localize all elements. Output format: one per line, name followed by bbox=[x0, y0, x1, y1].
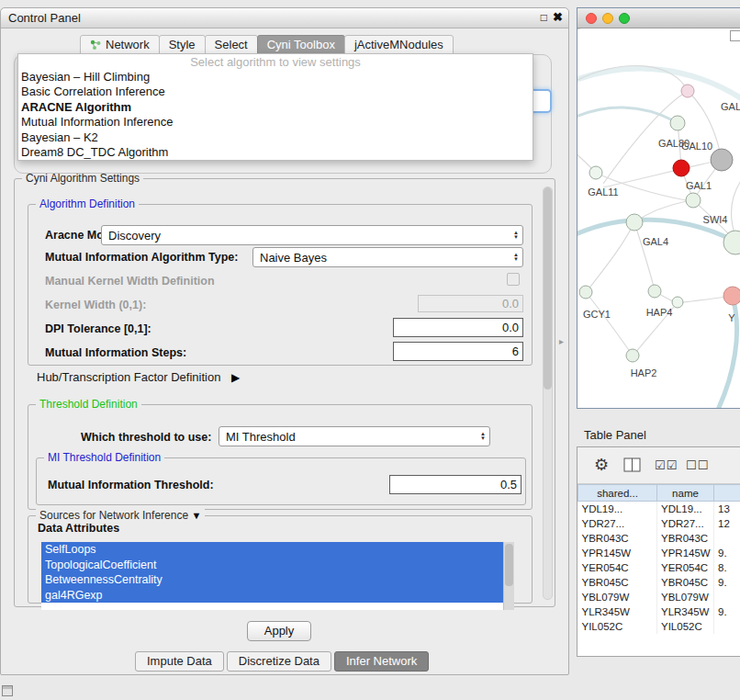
tab-network[interactable]: Network bbox=[80, 35, 160, 55]
deselect-all-icon[interactable]: ☐☐ bbox=[686, 458, 709, 472]
algorithm-option[interactable]: Basic Correlation Inference bbox=[18, 85, 533, 99]
network-canvas[interactable]: GALGAL80GAL10GAL11GAL1SWI4GAL4GCY1HAP4YH… bbox=[577, 29, 740, 409]
algorithm-dropdown-popup[interactable]: Select algorithm to view settings Bayesi… bbox=[17, 53, 533, 161]
close-icon[interactable]: ✖ bbox=[553, 10, 563, 24]
algorithm-option[interactable]: Bayesian – Hill Climbing bbox=[18, 70, 533, 85]
table-panel-window: ⚙ ☑☑ ☐☐ shared...name YDL19...YDL19...13… bbox=[577, 446, 740, 657]
network-graph: GALGAL80GAL10GAL11GAL1SWI4GAL4GCY1HAP4YH… bbox=[577, 29, 740, 409]
manual-kernel-label: Manual Kernel Width Definition bbox=[45, 275, 215, 288]
zoom-traffic-light[interactable] bbox=[619, 13, 630, 24]
dpi-tolerance-field[interactable] bbox=[393, 318, 523, 337]
network-node[interactable] bbox=[673, 160, 690, 176]
aracne-mode-value: Discovery bbox=[108, 229, 161, 243]
close-traffic-light[interactable] bbox=[586, 13, 597, 24]
algorithm-option[interactable]: Bayesian – K2 bbox=[18, 130, 533, 145]
minimize-traffic-light[interactable] bbox=[602, 13, 613, 24]
attribute-item[interactable]: SelfLoops bbox=[41, 542, 503, 558]
panel-splitter-handle[interactable]: ▸ bbox=[559, 336, 564, 346]
threshold-select[interactable]: MI Threshold ▲▼ bbox=[219, 426, 490, 446]
which-threshold-label: Which threshold to use: bbox=[81, 431, 211, 444]
tab-impute-data[interactable]: Impute Data bbox=[135, 651, 224, 672]
network-node[interactable] bbox=[626, 349, 639, 362]
network-node[interactable] bbox=[672, 297, 683, 308]
sources-group: Sources for Network Inference ▼ Data Att… bbox=[28, 515, 533, 604]
mi-type-value: Naive Bayes bbox=[260, 251, 327, 265]
tab-cyni-toolbox[interactable]: Cyni Toolbox bbox=[257, 35, 345, 55]
network-node[interactable] bbox=[579, 286, 592, 299]
algorithm-option[interactable]: ARACNE Algorithm bbox=[18, 100, 533, 115]
hub-factor-label: Hub/Transcription Factor Definition bbox=[37, 370, 220, 384]
network-node[interactable] bbox=[686, 193, 701, 208]
manual-kernel-checkbox[interactable] bbox=[507, 273, 520, 286]
expand-right-icon: ▶ bbox=[231, 371, 240, 384]
attributes-scrollbar[interactable] bbox=[503, 542, 514, 610]
table-row[interactable]: YIL052CYIL052C bbox=[578, 619, 740, 634]
node-label: Y bbox=[728, 312, 735, 323]
mi-steps-field[interactable] bbox=[393, 342, 523, 361]
mi-type-select[interactable]: Naive Bayes ▲▼ bbox=[252, 247, 523, 267]
mi-type-label: Mutual Information Algorithm Type: bbox=[45, 251, 238, 264]
control-panel-window: Control Panel □ ✖ Network Style bbox=[0, 7, 569, 675]
table-row[interactable]: YBR043CYBR043C bbox=[578, 531, 740, 546]
attributes-list[interactable]: SelfLoopsTopologicalCoefficientBetweenne… bbox=[41, 542, 514, 610]
mi-threshold-field[interactable] bbox=[389, 475, 521, 494]
table-row[interactable]: YPR145WYPR145W9. bbox=[578, 546, 740, 560]
table-row[interactable]: YBR045CYBR045C9. bbox=[578, 575, 740, 590]
node-table[interactable]: shared...name YDL19...YDL19...13YDR27...… bbox=[577, 484, 740, 657]
algorithm-definition-title: Algorithm Definition bbox=[36, 198, 139, 210]
scrollbar-thumb[interactable] bbox=[544, 187, 552, 390]
network-icon bbox=[90, 40, 102, 51]
kernel-width-field[interactable] bbox=[418, 295, 523, 312]
scrollbar-corner-box[interactable] bbox=[730, 30, 740, 41]
hub-factor-section-toggle[interactable]: Hub/Transcription Factor Definition ▶ bbox=[37, 370, 240, 384]
network-node[interactable] bbox=[681, 85, 694, 97]
table-row[interactable]: YBL079WYBL079W bbox=[578, 590, 740, 604]
table-body: YDL19...YDL19...13YDR27...YDR27...12YBR0… bbox=[578, 502, 740, 634]
attribute-item[interactable]: gal4RGexp bbox=[41, 588, 503, 604]
scrollbar-thumb[interactable] bbox=[505, 544, 513, 586]
float-window-icon[interactable]: □ bbox=[541, 11, 547, 24]
table-row[interactable]: YLR345WYLR345W9. bbox=[578, 604, 740, 619]
settings-group-title: Cyni Algorithm Settings bbox=[22, 172, 143, 185]
algorithm-option[interactable]: Mutual Information Inference bbox=[18, 115, 533, 130]
table-row[interactable]: YDR27...YDR27...12 bbox=[578, 516, 740, 531]
column-header[interactable]: shared... bbox=[578, 485, 657, 502]
tab-label: Select bbox=[215, 38, 248, 51]
network-node[interactable] bbox=[723, 231, 740, 254]
settings-gear-icon[interactable]: ⚙ bbox=[594, 455, 609, 475]
column-header[interactable]: name bbox=[657, 485, 714, 502]
column-selector-icon[interactable] bbox=[623, 457, 642, 472]
tab-jactivemnodules[interactable]: jActiveMNodules bbox=[344, 35, 454, 55]
apply-button[interactable]: Apply bbox=[247, 621, 311, 641]
node-label: HAP2 bbox=[631, 367, 657, 378]
select-all-icon[interactable]: ☑☑ bbox=[655, 458, 678, 472]
tab-style[interactable]: Style bbox=[159, 35, 206, 55]
network-node[interactable] bbox=[626, 214, 643, 231]
sources-title[interactable]: Sources for Network Inference ▼ bbox=[36, 509, 205, 522]
tab-select[interactable]: Select bbox=[205, 35, 258, 55]
table-header-row: shared...name bbox=[578, 485, 740, 502]
attribute-item[interactable]: TopologicalCoefficient bbox=[41, 558, 503, 573]
network-node[interactable] bbox=[589, 166, 602, 179]
tab-infer-network[interactable]: Infer Network bbox=[334, 651, 429, 672]
table-row[interactable]: YER054CYER054C8. bbox=[578, 560, 740, 575]
attribute-item[interactable]: BetweennessCentrality bbox=[41, 572, 503, 588]
dropdown-placeholder: Select algorithm to view settings bbox=[18, 54, 533, 70]
network-node[interactable] bbox=[670, 116, 685, 130]
network-window-titlebar[interactable] bbox=[577, 8, 740, 28]
mi-threshold-title: MI Threshold Definition bbox=[44, 451, 164, 464]
column-header[interactable] bbox=[714, 485, 740, 502]
attribute-items: SelfLoopsTopologicalCoefficientBetweenne… bbox=[41, 542, 514, 603]
tab-discretize-data[interactable]: Discretize Data bbox=[227, 651, 331, 672]
table-row[interactable]: YDL19...YDL19...13 bbox=[578, 502, 740, 516]
node-label: HAP4 bbox=[646, 307, 673, 318]
network-node[interactable] bbox=[723, 287, 740, 305]
network-node[interactable] bbox=[711, 149, 733, 171]
minimized-panel-icon[interactable] bbox=[2, 685, 13, 696]
network-node[interactable] bbox=[648, 285, 661, 298]
control-panel-titlebar[interactable]: Control Panel □ ✖ bbox=[1, 8, 568, 28]
node-label: GAL1 bbox=[686, 180, 712, 191]
aracne-mode-select[interactable]: Discovery ▲▼ bbox=[101, 225, 523, 245]
settings-scrollbar[interactable] bbox=[543, 186, 553, 600]
algorithm-option[interactable]: Dream8 DC_TDC Algorithm bbox=[18, 145, 533, 160]
